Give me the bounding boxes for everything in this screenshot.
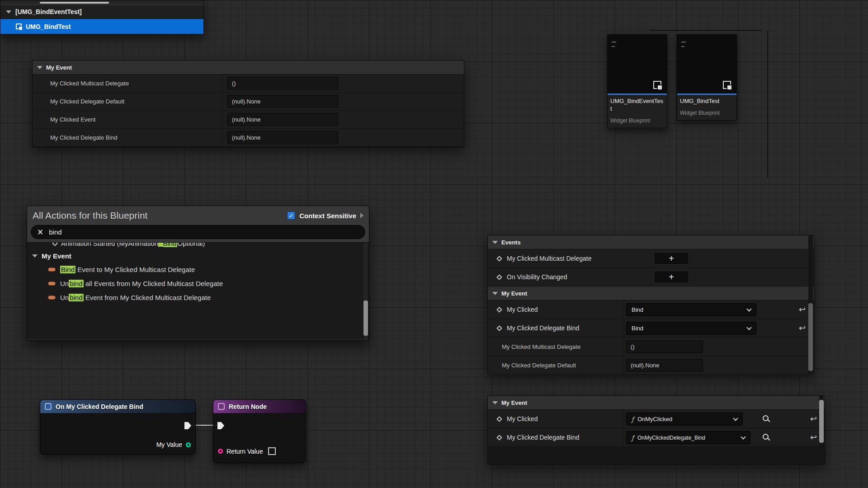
- chevron-down-icon: [741, 434, 745, 439]
- bool-value-checkbox[interactable]: [268, 447, 276, 455]
- clear-search-icon[interactable]: ×: [37, 228, 43, 236]
- hierarchy-root-item[interactable]: [UMG_BindEventTest]: [0, 5, 203, 19]
- property-value-field[interactable]: (): [626, 340, 703, 353]
- property-row: My Clicked Delegate Bind (null).None: [33, 129, 464, 147]
- actions-category-my-event[interactable]: My Event: [27, 249, 369, 263]
- category-header-my-event[interactable]: My Event: [33, 61, 464, 75]
- function-dropdown[interactable]: ƒ OnMyClicked: [626, 413, 743, 426]
- bind-row: My Clicked Delegate Bind Bind ↩: [488, 319, 814, 338]
- bind-dropdown[interactable]: Bind: [626, 303, 756, 316]
- search-value: bind: [49, 228, 61, 236]
- expander-arrow-icon[interactable]: [360, 213, 363, 218]
- exec-output-pin[interactable]: [184, 422, 191, 429]
- function-dropdown[interactable]: ƒ OnMyClickedDelegate_Bind: [626, 431, 750, 444]
- event-label: On Visibility Changed: [507, 273, 567, 281]
- reset-to-default-icon[interactable]: ↩: [810, 432, 817, 442]
- property-label: My Clicked Delegate Default: [488, 362, 576, 369]
- hierarchy-item-selected[interactable]: UMG_BindTest: [0, 19, 203, 34]
- actions-category-label: My Event: [42, 252, 71, 260]
- event-diamond-icon: [496, 416, 502, 422]
- property-row: My Clicked Multicast Delegate (): [488, 338, 814, 356]
- event-node-icon: [45, 403, 52, 410]
- property-label: My Clicked Event: [33, 116, 227, 123]
- reset-to-default-icon[interactable]: ↩: [810, 414, 817, 424]
- property-label: My Clicked Delegate Default: [33, 98, 227, 105]
- hierarchy-clipped-bar: [40, 2, 109, 4]
- actions-menu: All Actions for this Blueprint ✓ Context…: [27, 206, 369, 340]
- chevron-down-icon: [733, 416, 738, 421]
- property-value-field[interactable]: (null).None: [626, 359, 703, 372]
- asset-type: Widget Blueprint: [677, 106, 736, 120]
- return-node-icon: [218, 403, 225, 410]
- add-event-button[interactable]: +: [654, 271, 689, 283]
- actions-menu-title: All Actions for this Blueprint: [33, 210, 147, 221]
- node-header[interactable]: On My Clicked Delegate Bind: [40, 400, 195, 413]
- event-diamond-icon: [496, 274, 502, 280]
- dropdown-value: OnMyClickedDelegate_Bind: [637, 435, 705, 441]
- action-item-label: Bind Event to My Clicked Multicast Deleg…: [60, 266, 195, 273]
- category-label: My Event: [501, 399, 527, 406]
- browse-to-function-icon[interactable]: [763, 415, 769, 421]
- reset-to-default-icon[interactable]: ↩: [799, 323, 806, 333]
- action-item-unbind-all[interactable]: Unbind all Events from My Clicked Multic…: [27, 277, 369, 291]
- category-header-my-event[interactable]: My Event: [488, 286, 814, 300]
- context-sensitive-toggle[interactable]: ✓ Context Sensitive: [287, 211, 363, 220]
- function-scrollbar-thumb[interactable]: [819, 400, 824, 443]
- asset-thumbnail: [677, 35, 736, 95]
- check-icon: ✓: [289, 212, 294, 219]
- window-edge-line: [767, 30, 768, 178]
- actions-scrollbar-thumb[interactable]: [363, 300, 368, 336]
- match-highlight: bind: [69, 294, 83, 301]
- node-on-my-clicked-delegate-bind[interactable]: On My Clicked Delegate Bind My Value: [40, 399, 196, 455]
- asset-card-umg-bindtest[interactable]: UMG_BindTest Widget Blueprint: [677, 34, 737, 121]
- property-value-field[interactable]: (): [227, 77, 338, 90]
- property-label: My Clicked Multicast Delegate: [488, 343, 580, 350]
- reset-to-default-icon[interactable]: ↩: [799, 305, 806, 314]
- property-label: My Clicked: [507, 415, 538, 422]
- dropdown-value: Bind: [632, 306, 643, 313]
- hierarchy-item-label: UMG_BindTest: [26, 23, 71, 30]
- category-header-events[interactable]: Events: [488, 235, 814, 249]
- thumbnail-text-mark: [612, 42, 616, 42]
- node-return-node[interactable]: Return Node Return Value: [213, 399, 306, 463]
- property-value-field[interactable]: (null).None: [227, 131, 338, 144]
- events-details-panel: Events My Clicked Multicast Delegate + O…: [487, 235, 814, 375]
- action-item-bind-event[interactable]: Bind Event to My Clicked Multicast Deleg…: [27, 263, 369, 277]
- chevron-down-icon: [746, 325, 751, 330]
- function-icon: ƒ: [632, 416, 634, 423]
- action-item-unbind-event[interactable]: Unbind Event from My Clicked Multicast D…: [27, 291, 369, 305]
- pin-label: My Value: [156, 441, 182, 448]
- asset-card-umg-bindeventtest[interactable]: UMG_BindEventTest Widget Blueprint: [607, 34, 667, 128]
- event-diamond-icon: [496, 307, 502, 313]
- action-item-clipped[interactable]: Animation Started (MyAnimation_BindOptio…: [27, 242, 369, 249]
- data-input-pin[interactable]: [218, 449, 223, 454]
- delegate-icon: [48, 267, 56, 272]
- delegate-icon: [48, 282, 56, 286]
- hierarchy-clipped-row: [0, 0, 203, 5]
- property-value-field[interactable]: (null).None: [227, 113, 338, 126]
- pin-label: Return Value: [226, 448, 263, 455]
- widget-blueprint-icon: [16, 23, 22, 29]
- details-panel-top: My Event My Clicked Multicast Delegate (…: [32, 60, 464, 147]
- actions-search-input[interactable]: × bind: [31, 225, 365, 239]
- node-title: On My Clicked Delegate Bind: [56, 403, 143, 410]
- node-header[interactable]: Return Node: [213, 400, 306, 413]
- add-event-button[interactable]: +: [654, 252, 689, 265]
- context-sensitive-checkbox[interactable]: ✓: [287, 211, 295, 220]
- property-row: My Clicked Multicast Delegate (): [33, 75, 464, 93]
- data-output-pin[interactable]: [186, 442, 191, 447]
- function-icon: ƒ: [632, 434, 634, 441]
- thumbnail-text-mark: [612, 46, 615, 47]
- property-value-field[interactable]: (null).None: [227, 95, 338, 108]
- bind-dropdown[interactable]: Bind: [626, 322, 756, 335]
- plus-icon: +: [669, 272, 674, 282]
- events-scrollbar-thumb[interactable]: [808, 303, 813, 371]
- exec-input-pin[interactable]: [217, 422, 224, 429]
- match-highlight: _Bind: [158, 242, 177, 247]
- category-header-my-event[interactable]: My Event: [488, 396, 825, 410]
- hierarchy-panel: [UMG_BindEventTest] UMG_BindTest: [0, 0, 204, 34]
- property-label: My Clicked Delegate Bind: [507, 434, 579, 441]
- browse-to-function-icon[interactable]: [763, 434, 769, 440]
- category-label: My Event: [46, 64, 72, 71]
- collapse-arrow-icon: [37, 66, 42, 69]
